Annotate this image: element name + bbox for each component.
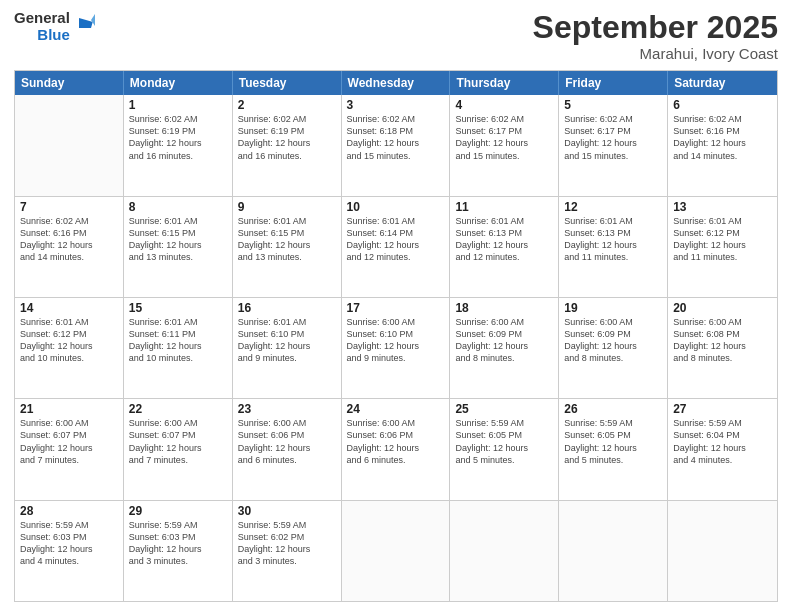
header: General Blue September 2025 Marahui, Ivo… <box>14 10 778 62</box>
day-info: Sunrise: 5:59 AM Sunset: 6:05 PM Dayligh… <box>455 417 553 466</box>
calendar-body: 1Sunrise: 6:02 AM Sunset: 6:19 PM Daylig… <box>15 95 777 601</box>
calendar-cell: 10Sunrise: 6:01 AM Sunset: 6:14 PM Dayli… <box>342 197 451 297</box>
day-info: Sunrise: 6:01 AM Sunset: 6:11 PM Dayligh… <box>129 316 227 365</box>
day-info: Sunrise: 6:01 AM Sunset: 6:13 PM Dayligh… <box>564 215 662 264</box>
header-tuesday: Tuesday <box>233 71 342 95</box>
day-info: Sunrise: 6:02 AM Sunset: 6:18 PM Dayligh… <box>347 113 445 162</box>
day-info: Sunrise: 6:02 AM Sunset: 6:19 PM Dayligh… <box>129 113 227 162</box>
day-info: Sunrise: 6:02 AM Sunset: 6:19 PM Dayligh… <box>238 113 336 162</box>
calendar-cell: 20Sunrise: 6:00 AM Sunset: 6:08 PM Dayli… <box>668 298 777 398</box>
header-monday: Monday <box>124 71 233 95</box>
day-number: 29 <box>129 504 227 518</box>
calendar: Sunday Monday Tuesday Wednesday Thursday… <box>14 70 778 602</box>
calendar-cell <box>668 501 777 601</box>
calendar-cell: 24Sunrise: 6:00 AM Sunset: 6:06 PM Dayli… <box>342 399 451 499</box>
calendar-week-5: 28Sunrise: 5:59 AM Sunset: 6:03 PM Dayli… <box>15 500 777 601</box>
calendar-week-1: 1Sunrise: 6:02 AM Sunset: 6:19 PM Daylig… <box>15 95 777 195</box>
day-number: 23 <box>238 402 336 416</box>
calendar-cell: 18Sunrise: 6:00 AM Sunset: 6:09 PM Dayli… <box>450 298 559 398</box>
day-number: 6 <box>673 98 772 112</box>
calendar-cell <box>15 95 124 195</box>
day-number: 13 <box>673 200 772 214</box>
day-number: 20 <box>673 301 772 315</box>
calendar-cell <box>450 501 559 601</box>
calendar-cell: 27Sunrise: 5:59 AM Sunset: 6:04 PM Dayli… <box>668 399 777 499</box>
header-wednesday: Wednesday <box>342 71 451 95</box>
calendar-cell: 25Sunrise: 5:59 AM Sunset: 6:05 PM Dayli… <box>450 399 559 499</box>
day-info: Sunrise: 6:00 AM Sunset: 6:07 PM Dayligh… <box>20 417 118 466</box>
day-info: Sunrise: 6:00 AM Sunset: 6:06 PM Dayligh… <box>238 417 336 466</box>
calendar-cell: 23Sunrise: 6:00 AM Sunset: 6:06 PM Dayli… <box>233 399 342 499</box>
calendar-cell: 30Sunrise: 5:59 AM Sunset: 6:02 PM Dayli… <box>233 501 342 601</box>
day-number: 12 <box>564 200 662 214</box>
calendar-cell: 6Sunrise: 6:02 AM Sunset: 6:16 PM Daylig… <box>668 95 777 195</box>
day-number: 16 <box>238 301 336 315</box>
day-number: 19 <box>564 301 662 315</box>
logo: General Blue <box>14 10 95 43</box>
calendar-cell: 21Sunrise: 6:00 AM Sunset: 6:07 PM Dayli… <box>15 399 124 499</box>
day-info: Sunrise: 6:02 AM Sunset: 6:17 PM Dayligh… <box>455 113 553 162</box>
day-number: 25 <box>455 402 553 416</box>
header-thursday: Thursday <box>450 71 559 95</box>
day-number: 22 <box>129 402 227 416</box>
calendar-cell <box>559 501 668 601</box>
calendar-cell: 7Sunrise: 6:02 AM Sunset: 6:16 PM Daylig… <box>15 197 124 297</box>
header-saturday: Saturday <box>668 71 777 95</box>
day-number: 8 <box>129 200 227 214</box>
day-info: Sunrise: 6:00 AM Sunset: 6:07 PM Dayligh… <box>129 417 227 466</box>
logo-general-text: General <box>14 10 70 27</box>
calendar-cell: 2Sunrise: 6:02 AM Sunset: 6:19 PM Daylig… <box>233 95 342 195</box>
day-info: Sunrise: 6:02 AM Sunset: 6:17 PM Dayligh… <box>564 113 662 162</box>
day-info: Sunrise: 6:01 AM Sunset: 6:15 PM Dayligh… <box>238 215 336 264</box>
day-number: 14 <box>20 301 118 315</box>
day-number: 27 <box>673 402 772 416</box>
calendar-header: Sunday Monday Tuesday Wednesday Thursday… <box>15 71 777 95</box>
calendar-cell: 12Sunrise: 6:01 AM Sunset: 6:13 PM Dayli… <box>559 197 668 297</box>
day-number: 15 <box>129 301 227 315</box>
day-info: Sunrise: 6:00 AM Sunset: 6:09 PM Dayligh… <box>455 316 553 365</box>
day-number: 10 <box>347 200 445 214</box>
day-info: Sunrise: 6:01 AM Sunset: 6:13 PM Dayligh… <box>455 215 553 264</box>
day-info: Sunrise: 5:59 AM Sunset: 6:02 PM Dayligh… <box>238 519 336 568</box>
day-info: Sunrise: 5:59 AM Sunset: 6:03 PM Dayligh… <box>129 519 227 568</box>
calendar-week-3: 14Sunrise: 6:01 AM Sunset: 6:12 PM Dayli… <box>15 297 777 398</box>
day-number: 7 <box>20 200 118 214</box>
calendar-cell: 13Sunrise: 6:01 AM Sunset: 6:12 PM Dayli… <box>668 197 777 297</box>
day-info: Sunrise: 6:00 AM Sunset: 6:06 PM Dayligh… <box>347 417 445 466</box>
day-number: 18 <box>455 301 553 315</box>
day-number: 5 <box>564 98 662 112</box>
day-info: Sunrise: 6:00 AM Sunset: 6:09 PM Dayligh… <box>564 316 662 365</box>
day-number: 21 <box>20 402 118 416</box>
day-info: Sunrise: 6:01 AM Sunset: 6:12 PM Dayligh… <box>20 316 118 365</box>
calendar-cell: 28Sunrise: 5:59 AM Sunset: 6:03 PM Dayli… <box>15 501 124 601</box>
day-number: 11 <box>455 200 553 214</box>
calendar-cell: 8Sunrise: 6:01 AM Sunset: 6:15 PM Daylig… <box>124 197 233 297</box>
logo-bird-icon <box>73 14 95 40</box>
day-number: 3 <box>347 98 445 112</box>
day-info: Sunrise: 6:00 AM Sunset: 6:08 PM Dayligh… <box>673 316 772 365</box>
calendar-cell: 1Sunrise: 6:02 AM Sunset: 6:19 PM Daylig… <box>124 95 233 195</box>
calendar-cell: 9Sunrise: 6:01 AM Sunset: 6:15 PM Daylig… <box>233 197 342 297</box>
calendar-cell: 19Sunrise: 6:00 AM Sunset: 6:09 PM Dayli… <box>559 298 668 398</box>
calendar-cell: 14Sunrise: 6:01 AM Sunset: 6:12 PM Dayli… <box>15 298 124 398</box>
day-info: Sunrise: 5:59 AM Sunset: 6:05 PM Dayligh… <box>564 417 662 466</box>
calendar-cell: 11Sunrise: 6:01 AM Sunset: 6:13 PM Dayli… <box>450 197 559 297</box>
page: General Blue September 2025 Marahui, Ivo… <box>0 0 792 612</box>
day-info: Sunrise: 6:01 AM Sunset: 6:12 PM Dayligh… <box>673 215 772 264</box>
calendar-cell: 3Sunrise: 6:02 AM Sunset: 6:18 PM Daylig… <box>342 95 451 195</box>
month-title: September 2025 <box>533 10 778 45</box>
calendar-cell: 26Sunrise: 5:59 AM Sunset: 6:05 PM Dayli… <box>559 399 668 499</box>
location: Marahui, Ivory Coast <box>533 45 778 62</box>
day-number: 9 <box>238 200 336 214</box>
calendar-cell: 17Sunrise: 6:00 AM Sunset: 6:10 PM Dayli… <box>342 298 451 398</box>
day-info: Sunrise: 5:59 AM Sunset: 6:03 PM Dayligh… <box>20 519 118 568</box>
day-info: Sunrise: 6:02 AM Sunset: 6:16 PM Dayligh… <box>673 113 772 162</box>
logo-blue-text: Blue <box>37 27 70 44</box>
day-number: 17 <box>347 301 445 315</box>
day-number: 28 <box>20 504 118 518</box>
calendar-cell: 15Sunrise: 6:01 AM Sunset: 6:11 PM Dayli… <box>124 298 233 398</box>
day-number: 30 <box>238 504 336 518</box>
header-sunday: Sunday <box>15 71 124 95</box>
header-friday: Friday <box>559 71 668 95</box>
calendar-week-4: 21Sunrise: 6:00 AM Sunset: 6:07 PM Dayli… <box>15 398 777 499</box>
